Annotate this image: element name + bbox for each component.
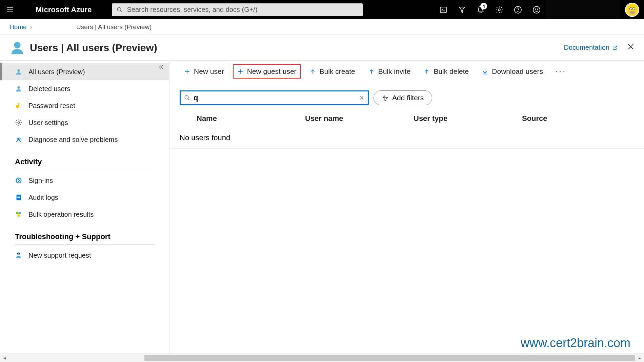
button-label: New user — [194, 67, 224, 76]
bulk-invite-button[interactable]: Bulk invite — [364, 64, 415, 79]
chevron-right-icon: › — [30, 23, 32, 31]
close-icon — [627, 43, 635, 50]
user-search-box[interactable]: ✕ — [180, 90, 369, 105]
chevron-double-left-icon — [158, 64, 164, 70]
sidebar-item-diagnose[interactable]: Diagnose and solve problems — [0, 131, 169, 148]
command-bar: New user New guest user Bulk create Bulk… — [169, 61, 644, 82]
column-source[interactable]: Source — [522, 114, 634, 123]
scroll-thumb[interactable] — [144, 355, 635, 361]
notification-badge: 4 — [480, 3, 487, 9]
main-content: New user New guest user Bulk create Bulk… — [169, 61, 644, 354]
svg-rect-21 — [19, 104, 20, 105]
column-usertype[interactable]: User type — [414, 114, 522, 123]
documentation-label: Documentation — [564, 44, 609, 51]
button-label: Download users — [492, 67, 543, 76]
gear-icon — [495, 6, 503, 14]
log-icon — [15, 194, 22, 201]
upload-icon — [423, 68, 430, 75]
more-commands-button[interactable]: ··· — [552, 66, 570, 77]
svg-point-26 — [17, 138, 18, 139]
directory-filter-button[interactable] — [452, 0, 471, 19]
user-search-input[interactable] — [194, 93, 356, 102]
signin-icon — [15, 177, 22, 184]
button-label: Bulk delete — [434, 67, 469, 76]
documentation-link[interactable]: Documentation — [564, 44, 618, 51]
sidebar-item-support-request[interactable]: New support request — [0, 247, 169, 264]
bulk-delete-button[interactable]: Bulk delete — [419, 64, 473, 79]
tenant-box[interactable] — [546, 0, 620, 19]
notifications-button[interactable]: 4 — [471, 0, 490, 19]
download-users-button[interactable]: Download users — [478, 64, 547, 79]
sidebar-item-deleted-users[interactable]: Deleted users — [0, 80, 169, 97]
breadcrumb-current: Users | All users (Preview) — [76, 23, 152, 31]
person-icon — [15, 68, 22, 76]
svg-marker-7 — [459, 7, 465, 13]
column-checkbox[interactable] — [180, 114, 197, 123]
blade-header: Users | All users (Preview) Documentatio… — [0, 35, 644, 61]
svg-point-18 — [17, 86, 20, 89]
sidebar-item-label: All users (Preview) — [28, 68, 85, 76]
help-button[interactable] — [508, 0, 527, 19]
settings-button[interactable] — [490, 0, 508, 19]
new-user-button[interactable]: New user — [180, 64, 228, 79]
global-search-input[interactable] — [123, 6, 358, 14]
svg-rect-20 — [18, 103, 19, 106]
svg-point-3 — [118, 7, 121, 11]
sidebar-item-all-users[interactable]: All users (Preview) — [0, 63, 169, 80]
sidebar-item-label: Password reset — [28, 102, 75, 110]
bulk-create-button[interactable]: Bulk create — [305, 64, 359, 79]
close-blade-button[interactable] — [627, 42, 635, 53]
upload-icon — [309, 68, 316, 75]
empty-state: No users found — [169, 127, 644, 149]
hamburger-icon — [6, 6, 14, 14]
account-avatar[interactable] — [625, 3, 639, 17]
collapse-sidebar-button[interactable] — [158, 64, 164, 71]
svg-point-32 — [19, 212, 21, 214]
new-guest-user-button[interactable]: New guest user — [233, 64, 301, 79]
avatar-icon — [626, 3, 639, 16]
page-title: Users | All users (Preview) — [30, 42, 157, 54]
sidebar-item-password-reset[interactable]: Password reset — [0, 97, 169, 114]
horizontal-scrollbar[interactable]: ◂ ▸ — [0, 354, 644, 362]
svg-point-10 — [518, 11, 518, 12]
svg-point-25 — [19, 138, 20, 139]
sidebar-item-user-settings[interactable]: User settings — [0, 114, 169, 131]
svg-line-4 — [121, 10, 122, 12]
sidebar-item-label: Bulk operation results — [28, 211, 94, 218]
clear-search-button[interactable]: ✕ — [359, 94, 364, 102]
breadcrumb-home[interactable]: Home — [9, 23, 27, 31]
svg-rect-30 — [17, 197, 20, 198]
menu-button[interactable] — [0, 6, 20, 14]
cloud-shell-button[interactable] — [434, 0, 452, 19]
column-username[interactable]: User name — [305, 114, 414, 123]
button-label: Bulk invite — [378, 67, 411, 76]
gear-icon — [15, 119, 22, 126]
sidebar-item-label: Audit logs — [28, 194, 58, 201]
brand-label[interactable]: Microsoft Azure — [36, 5, 92, 14]
sidebar-item-bulk-results[interactable]: Bulk operation results — [0, 206, 169, 223]
svg-point-22 — [18, 122, 20, 124]
global-search[interactable] — [112, 3, 363, 16]
scroll-track[interactable] — [9, 354, 635, 362]
filter-row: ✕ Add filters — [169, 82, 644, 109]
global-header: Microsoft Azure 4 — [0, 0, 644, 19]
scroll-right-button[interactable]: ▸ — [635, 355, 644, 361]
sidebar-item-signins[interactable]: Sign-ins — [0, 172, 169, 189]
sidebar: All users (Preview) Deleted users Passwo… — [0, 61, 169, 354]
key-icon — [15, 102, 22, 109]
plus-icon — [184, 68, 190, 75]
table-header: Name User name User type Source — [169, 109, 644, 127]
add-filters-button[interactable]: Add filters — [374, 90, 432, 105]
svg-point-11 — [533, 6, 540, 13]
svg-point-27 — [16, 178, 21, 183]
sidebar-item-label: Sign-ins — [28, 177, 53, 185]
external-link-icon — [612, 45, 618, 50]
svg-rect-5 — [440, 7, 446, 13]
sidebar-item-label: Deleted users — [28, 85, 70, 93]
feedback-button[interactable] — [527, 0, 546, 19]
sidebar-item-audit-logs[interactable]: Audit logs — [0, 189, 169, 206]
column-name[interactable]: Name — [197, 114, 305, 123]
svg-point-44 — [185, 95, 188, 99]
sidebar-item-label: New support request — [28, 252, 91, 259]
scroll-left-button[interactable]: ◂ — [0, 355, 9, 361]
